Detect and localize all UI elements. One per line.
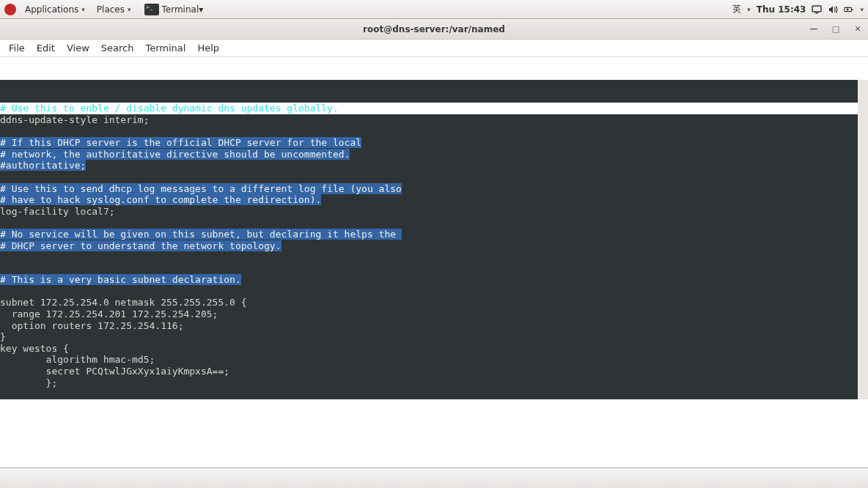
menu-terminal[interactable]: Terminal [139,42,191,53]
svg-rect-1 [815,12,818,14]
window-titlebar[interactable]: root@dns-server:/var/named — □ ✕ [0,19,868,40]
editor-line: # This is a very basic subnet declaratio… [0,274,858,286]
menu-view[interactable]: View [61,42,95,53]
editor-line [0,251,858,263]
active-app-indicator[interactable]: Terminal ▾ [139,4,210,15]
close-button[interactable]: ✕ [852,24,864,34]
editor-line [0,388,858,399]
maximize-button[interactable]: □ [830,24,842,34]
system-tray: 英 ▾ Thu 15:43 ▾ [732,3,864,15]
chevron-down-icon: ▾ [128,6,131,13]
editor-line: # No service will be given on this subne… [0,229,858,240]
editor-line: ddns-update-style interim; [0,114,858,126]
editor-line: option routers 172.25.254.116; [0,320,858,332]
editor-line: range 172.25.254.201 172.25.254.205; [0,308,858,320]
editor-line: # network, the authoritative directive s… [0,149,858,160]
terminal-menubar: File Edit View Search Terminal Help [0,40,868,57]
gnome-top-panel: Applications ▾ Places ▾ Terminal ▾ 英 ▾ T… [0,0,868,19]
active-app-label: Terminal [162,4,199,15]
menu-file[interactable]: File [3,42,31,53]
chevron-down-icon: ▾ [860,6,864,13]
editor-line: subnet 172.25.254.0 netmask 255.255.255.… [0,297,858,308]
chevron-down-icon: ▾ [81,6,85,13]
menu-help[interactable]: Help [191,42,225,53]
bottom-taskbar [0,467,868,488]
menu-search[interactable]: Search [95,42,140,53]
scrollbar-thumb[interactable] [858,80,867,395]
terminal-viewport[interactable]: # Use this to enble / disable dynamic dn… [0,57,868,488]
editor-line: # If this DHCP server is the official DH… [0,137,858,149]
svg-rect-0 [812,6,821,12]
editor-line: secret PCQtwlJGxXyx1aiyKmpxsA==; [0,366,858,377]
editor-line: # DHCP server to understand the network … [0,240,858,252]
applications-menu-label: Applications [25,4,78,15]
editor-line [0,171,858,183]
terminal-icon [144,4,159,15]
editor-line: algorithm hmac-md5; [0,354,858,366]
places-menu[interactable]: Places ▾ [91,4,137,15]
editor-line: # Use this to enble / disable dynamic dn… [0,103,858,114]
editor-line [0,263,858,275]
chevron-down-icon: ▾ [199,4,203,15]
editor-line: log-facility local7; [0,206,858,218]
editor-line: } [0,331,858,343]
svg-rect-3 [852,9,853,10]
editor-line: # have to hack syslog.conf to complete t… [0,194,858,206]
editor-line: }; [0,377,858,389]
window-title: root@dns-server:/var/named [363,24,505,34]
editor-line: #authoritative; [0,160,858,171]
minimize-button[interactable]: — [808,24,820,34]
volume-icon[interactable] [828,4,838,15]
chevron-down-icon: ▾ [747,6,751,13]
places-menu-label: Places [97,4,125,15]
editor-line: # Use this to send dhcp log messages to … [0,183,858,195]
display-icon[interactable] [812,4,822,15]
distro-logo-icon [4,4,16,15]
clock[interactable]: Thu 15:43 [757,4,806,15]
editor-line [0,217,858,229]
menu-edit[interactable]: Edit [31,42,61,53]
battery-icon[interactable] [844,4,854,15]
editor-line [0,286,858,297]
editor-line: key westos { [0,343,858,355]
applications-menu[interactable]: Applications ▾ [19,4,91,15]
ime-indicator[interactable]: 英 [732,3,741,15]
editor-line [0,126,858,138]
